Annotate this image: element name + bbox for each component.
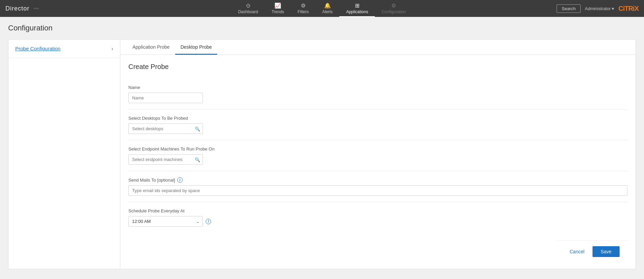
email-input[interactable] <box>128 185 627 196</box>
nav-item-applications[interactable]: ⊞ Applications <box>339 0 375 17</box>
sidebar: Probe Configuration › <box>8 40 120 269</box>
schedule-info-icon[interactable]: i <box>206 219 211 224</box>
tab-desktop-probe[interactable]: Desktop Probe <box>175 40 217 55</box>
email-section: Send Mails To [optional] i <box>128 171 627 202</box>
endpoint-label: Select Endpoint Machines To Run Probe On <box>128 146 627 152</box>
top-navigation: Director ⊙ Dashboard 📈 Trends ⚙ Filters … <box>0 0 644 17</box>
name-input[interactable] <box>128 93 203 103</box>
citrix-logo: CiTRiX <box>618 5 639 13</box>
app-logo-badge <box>34 8 39 9</box>
main-layout: Probe Configuration › Application Probe … <box>8 39 636 269</box>
alerts-icon: 🔔 <box>324 2 331 9</box>
endpoint-input[interactable] <box>128 154 203 165</box>
desktops-input[interactable] <box>128 123 203 134</box>
endpoint-section: Select Endpoint Machines To Run Probe On… <box>128 140 627 171</box>
nav-right: Search Administrator ▾ CiTRiX <box>557 4 639 13</box>
nav-label-filters: Filters <box>298 9 309 14</box>
endpoint-search-icon: 🔍 <box>195 157 200 162</box>
schedule-section: Schedule Probe Everyday At 12:00 AM 1:00… <box>128 202 627 233</box>
desktops-search-wrap: 🔍 <box>128 123 203 134</box>
form-section-title: Create Probe <box>128 63 627 71</box>
schedule-wrap: 12:00 AM 1:00 AM 2:00 AM 3:00 AM 4:00 AM… <box>128 216 627 227</box>
tab-bar: Application Probe Desktop Probe <box>120 40 636 55</box>
applications-icon: ⊞ <box>355 2 359 9</box>
save-button[interactable]: Save <box>593 246 620 257</box>
desktops-section: Select Desktops To Be Probed 🔍 <box>128 109 627 140</box>
trends-icon: 📈 <box>274 2 281 9</box>
nav-label-dashboard: Dashboard <box>238 9 258 14</box>
nav-label-trends: Trends <box>272 9 284 14</box>
configuration-icon: ⚙ <box>391 2 396 9</box>
tab-application-probe[interactable]: Application Probe <box>127 40 175 55</box>
schedule-select-wrap: 12:00 AM 1:00 AM 2:00 AM 3:00 AM 4:00 AM… <box>128 216 203 227</box>
footer-actions: Cancel Save <box>557 240 628 262</box>
nav-item-dashboard[interactable]: ⊙ Dashboard <box>231 0 265 17</box>
filters-icon: ⚙ <box>301 2 306 9</box>
nav-item-filters[interactable]: ⚙ Filters <box>291 0 316 17</box>
schedule-select[interactable]: 12:00 AM 1:00 AM 2:00 AM 3:00 AM 4:00 AM… <box>128 216 203 227</box>
email-info-icon[interactable]: i <box>177 177 183 183</box>
nav-item-trends[interactable]: 📈 Trends <box>265 0 291 17</box>
desktops-search-icon: 🔍 <box>195 126 200 131</box>
admin-button[interactable]: Administrator ▾ <box>585 6 614 11</box>
page-wrapper: Probe Configuration › Application Probe … <box>8 39 636 269</box>
form-content: Create Probe Name Select Desktops To Be … <box>120 55 636 241</box>
nav-label-applications: Applications <box>346 9 368 14</box>
nav-item-alerts[interactable]: 🔔 Alerts <box>315 0 339 17</box>
page-content: Configuration Probe Configuration › Appl… <box>0 17 644 279</box>
main-panel: Application Probe Desktop Probe Create P… <box>120 40 636 269</box>
nav-item-configuration: ⚙ Configuration <box>375 0 413 17</box>
schedule-label: Schedule Probe Everyday At <box>128 208 627 213</box>
cancel-button[interactable]: Cancel <box>565 246 588 257</box>
nav-label-configuration: Configuration <box>382 9 406 14</box>
email-label: Send Mails To [optional] i <box>128 177 627 183</box>
sidebar-item-label: Probe Configuration <box>15 46 60 51</box>
nav-left: Director <box>5 5 39 12</box>
page-title: Configuration <box>8 24 636 32</box>
sidebar-item-probe-config[interactable]: Probe Configuration › <box>8 40 120 58</box>
dashboard-icon: ⊙ <box>246 2 250 9</box>
name-section: Name <box>128 79 627 109</box>
chevron-right-icon: › <box>111 46 113 51</box>
app-logo: Director <box>5 5 29 12</box>
nav-center: ⊙ Dashboard 📈 Trends ⚙ Filters 🔔 Alerts … <box>231 0 413 17</box>
endpoint-search-wrap: 🔍 <box>128 154 203 165</box>
desktops-label: Select Desktops To Be Probed <box>128 116 627 121</box>
search-button[interactable]: Search <box>557 4 581 13</box>
nav-label-alerts: Alerts <box>322 9 333 14</box>
name-label: Name <box>128 85 627 90</box>
